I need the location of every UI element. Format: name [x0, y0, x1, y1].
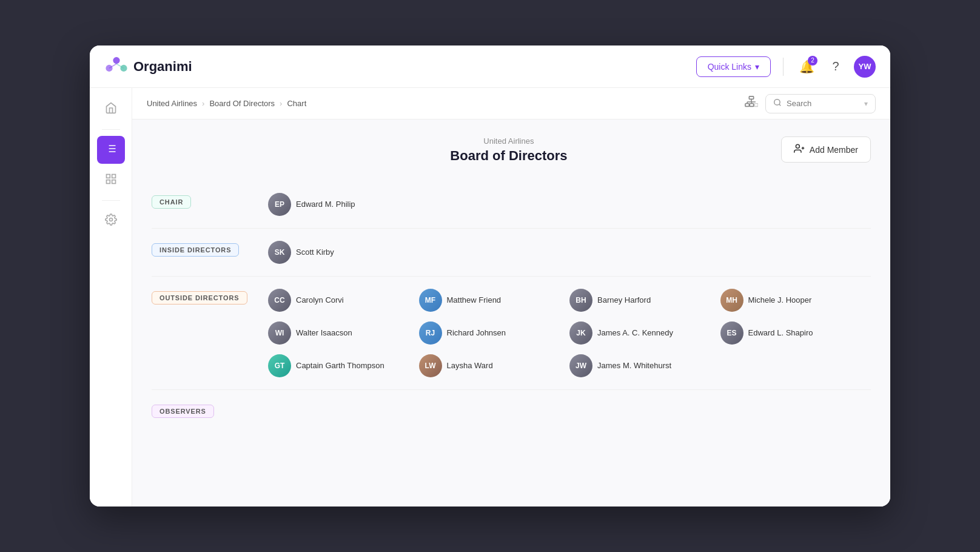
home-icon [105, 102, 117, 117]
sidebar-item-grid[interactable] [97, 166, 125, 194]
sidebar-item-settings[interactable] [97, 207, 125, 235]
app-window: Organimi Quick Links ▾ 🔔 2 ? YW [90, 45, 890, 507]
list-item[interactable]: BHBarney Harford [569, 289, 720, 312]
add-member-button[interactable]: Add Member [781, 136, 871, 163]
chevron-down-icon: ▾ [755, 62, 759, 72]
list-item[interactable]: ESEdward L. Shapiro [720, 321, 871, 345]
breadcrumb-sep-2: › [280, 99, 282, 108]
member-name: Michele J. Hooper [748, 295, 812, 306]
sidebar-divider-1 [102, 129, 120, 130]
page-header: United Airlines Board of Directors [152, 136, 871, 164]
main-layout: United Airlines › Board Of Directors › C… [90, 88, 890, 507]
app-name: Organimi [133, 59, 192, 75]
breadcrumb-actions: ▾ [745, 94, 876, 113]
notifications-button[interactable]: 🔔 2 [796, 56, 817, 78]
avatar: JK [569, 321, 592, 345]
svg-rect-12 [112, 174, 115, 178]
list-item[interactable]: MFMatthew Friend [419, 289, 570, 312]
breadcrumb-department[interactable]: Board Of Directors [209, 99, 275, 108]
list-item[interactable]: SKScott Kirby [268, 241, 419, 264]
list-item[interactable]: RJRichard Johnsen [419, 321, 570, 345]
user-avatar[interactable]: YW [854, 56, 876, 78]
list-icon [105, 143, 117, 158]
member-name: Barney Harford [597, 295, 651, 306]
member-name: Edward M. Philip [296, 200, 355, 210]
members-grid-inside-directors: SKScott Kirby [268, 241, 871, 264]
list-item[interactable]: WIWalter Isaacson [268, 321, 419, 345]
svg-rect-19 [754, 104, 758, 107]
svg-point-2 [120, 65, 127, 72]
avatar: CC [268, 289, 291, 312]
avatar: WI [268, 321, 291, 345]
breadcrumb-company[interactable]: United Airlines [147, 99, 197, 108]
member-name: James M. Whitehurst [597, 361, 671, 371]
sidebar-item-home[interactable] [97, 95, 125, 123]
avatar: BH [569, 289, 592, 312]
quick-links-button[interactable]: Quick Links ▾ [696, 56, 771, 77]
avatar: JW [569, 354, 592, 377]
section-label-observers: OBSERVERS [152, 402, 249, 418]
section-label-inside-directors: INSIDE DIRECTORS [152, 241, 249, 257]
question-icon: ? [832, 59, 839, 73]
svg-rect-16 [749, 96, 753, 99]
svg-rect-17 [745, 104, 749, 107]
avatar: LW [419, 354, 442, 377]
section-tag-chair: CHAIR [152, 195, 191, 209]
add-person-icon [794, 143, 805, 156]
member-name: Edward L. Shapiro [748, 328, 813, 338]
svg-point-1 [106, 65, 112, 72]
logo: Organimi [104, 55, 192, 78]
section-tag-observers: OBSERVERS [152, 405, 214, 418]
avatar: RJ [419, 321, 442, 345]
breadcrumb-view[interactable]: Chart [287, 99, 306, 108]
list-item[interactable]: EPEdward M. Philip [268, 193, 419, 216]
page-content: United Airlines Board of Directors [132, 119, 890, 507]
svg-point-15 [109, 218, 112, 221]
settings-icon [105, 214, 117, 229]
member-name: Carolyn Corvi [296, 295, 344, 306]
sidebar-item-list[interactable] [97, 136, 125, 164]
members-grid-outside-directors: CCCarolyn CorviMFMatthew FriendBHBarney … [268, 289, 871, 377]
section-label-chair: CHAIR [152, 193, 249, 209]
svg-rect-11 [106, 174, 110, 178]
content-area: United Airlines › Board Of Directors › C… [132, 88, 890, 507]
page-subtitle: United Airlines [237, 136, 781, 146]
member-name: Captain Garth Thompson [296, 361, 384, 371]
list-item[interactable]: GTCaptain Garth Thompson [268, 354, 419, 377]
list-item[interactable]: JWJames M. Whitehurst [569, 354, 720, 377]
list-item[interactable]: MHMichele J. Hooper [720, 289, 871, 312]
search-box[interactable]: ▾ [765, 94, 876, 113]
list-item[interactable]: CCCarolyn Corvi [268, 289, 419, 312]
org-chart-icon-button[interactable] [745, 95, 758, 112]
section-row-chair: CHAIREPEdward M. Philip [152, 181, 871, 229]
logo-icon [104, 55, 129, 78]
search-input[interactable] [787, 99, 859, 108]
avatar: SK [268, 241, 291, 264]
avatar: MF [419, 289, 442, 312]
notification-badge: 2 [808, 56, 817, 66]
avatar: EP [268, 193, 291, 216]
quick-links-label: Quick Links [708, 62, 751, 72]
avatar: ES [720, 321, 743, 345]
grid-icon [105, 173, 117, 188]
members-grid-chair: EPEdward M. Philip [268, 193, 871, 216]
search-chevron-icon: ▾ [864, 99, 868, 108]
section-row-inside-directors: INSIDE DIRECTORSSKScott Kirby [152, 229, 871, 277]
svg-point-0 [113, 57, 119, 64]
sidebar-divider-2 [102, 200, 120, 201]
add-member-label: Add Member [810, 145, 858, 155]
list-item[interactable]: JKJames A. C. Kennedy [569, 321, 720, 345]
svg-point-26 [796, 144, 799, 148]
help-button[interactable]: ? [825, 56, 847, 78]
svg-rect-14 [112, 180, 115, 183]
avatar: MH [720, 289, 743, 312]
sidebar [90, 88, 132, 507]
member-name: Matthew Friend [447, 295, 502, 306]
list-item[interactable]: LWLaysha Ward [419, 354, 570, 377]
search-icon [773, 98, 782, 109]
topbar: Organimi Quick Links ▾ 🔔 2 ? YW [90, 45, 890, 88]
member-name: Laysha Ward [447, 361, 493, 371]
breadcrumb-bar: United Airlines › Board Of Directors › C… [132, 88, 890, 119]
sections-container: CHAIREPEdward M. PhilipINSIDE DIRECTORSS… [152, 181, 871, 430]
member-name: Richard Johnsen [447, 328, 506, 338]
